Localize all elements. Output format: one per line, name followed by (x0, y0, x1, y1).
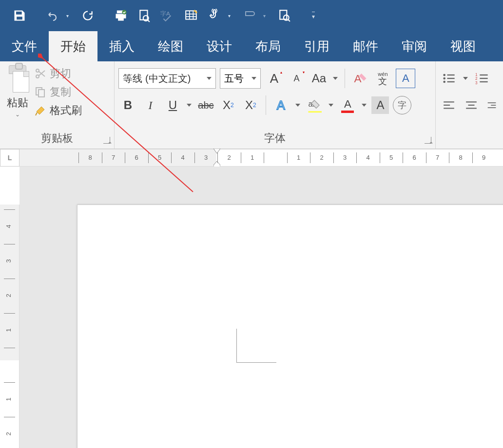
font-size-value: 五号 (224, 72, 244, 85)
ruler-corner[interactable]: L (0, 149, 19, 167)
svg-rect-5 (186, 11, 196, 19)
svg-point-26 (443, 81, 445, 83)
svg-point-14 (36, 75, 39, 78)
table-icon[interactable] (181, 6, 201, 25)
undo-dropdown[interactable]: ▾ (66, 13, 74, 19)
shape-icon[interactable] (240, 6, 259, 25)
font-group-label: 字体 (118, 129, 431, 149)
char-border-button[interactable]: A (396, 69, 415, 88)
menu-tabs: 文件 开始 插入 绘图 设计 布局 引用 邮件 审阅 视图 (0, 31, 503, 61)
subscript-button[interactable]: X2 (219, 96, 237, 114)
page[interactable] (77, 205, 503, 448)
font-color-dropdown[interactable] (361, 104, 368, 107)
undo-icon[interactable] (43, 6, 62, 25)
clipboard-launcher[interactable] (103, 137, 110, 144)
font-size-select[interactable]: 五号 (220, 68, 261, 89)
align-left-button[interactable] (440, 96, 458, 115)
grow-font-button[interactable]: A▴ (265, 69, 283, 88)
format-painter-label: 格式刷 (50, 103, 82, 118)
font-color-button[interactable]: A (338, 96, 357, 114)
paste-dropdown[interactable]: ⌄ (15, 111, 20, 118)
vertical-ruler[interactable]: 432112 (0, 205, 19, 448)
svg-text:A: A (277, 98, 286, 112)
bullets-button[interactable] (440, 69, 458, 88)
tab-mailings[interactable]: 邮件 (341, 31, 390, 61)
document-area[interactable] (19, 167, 503, 448)
clipboard-group-label: 剪贴板 (4, 129, 110, 149)
print-preview-icon[interactable] (135, 6, 154, 25)
horizontal-ruler[interactable]: 87654321123456789 (19, 149, 503, 167)
bullets-dropdown[interactable] (462, 77, 469, 80)
enclose-char-button[interactable]: 字 (393, 96, 411, 114)
shape-dropdown[interactable]: ▾ (263, 13, 271, 19)
font-name-value: 等线 (中文正文) (123, 72, 191, 85)
phonetic-guide-button[interactable]: wén 文 (373, 69, 392, 88)
text-cursor (236, 329, 276, 363)
svg-rect-17 (39, 90, 44, 97)
align-center-button[interactable] (462, 96, 481, 115)
format-painter-button[interactable]: 格式刷 (34, 103, 82, 118)
svg-point-24 (443, 77, 445, 80)
tab-view[interactable]: 视图 (439, 31, 487, 61)
shrink-font-button[interactable]: A▾ (287, 69, 306, 88)
svg-line-13 (289, 20, 290, 21)
touch-icon[interactable] (205, 6, 224, 25)
change-case-dropdown[interactable] (332, 77, 339, 80)
change-case-button[interactable]: Aa (310, 69, 328, 88)
tab-layout[interactable]: 布局 (244, 31, 292, 61)
chevron-down-icon (252, 77, 256, 80)
chevron-down-icon (207, 77, 212, 80)
char-shading-button[interactable]: A (371, 96, 389, 114)
highlight-button[interactable]: ab (305, 96, 324, 114)
svg-rect-21 (309, 112, 322, 113)
cut-label: 剪切 (50, 66, 71, 81)
paste-icon (6, 65, 29, 93)
qat-overflow[interactable]: ▾ (308, 6, 319, 25)
svg-text:3: 3 (475, 81, 478, 84)
bold-button[interactable]: B (118, 96, 137, 114)
highlight-dropdown[interactable] (328, 104, 334, 107)
font-name-select[interactable]: 等线 (中文正文) (118, 68, 216, 89)
svg-text:字A: 字A (160, 10, 170, 17)
font-launcher[interactable] (425, 137, 431, 144)
align-right-button[interactable] (484, 96, 499, 115)
tab-draw[interactable]: 绘图 (146, 31, 195, 61)
tab-design[interactable]: 设计 (195, 31, 244, 61)
svg-text:A: A (354, 73, 362, 85)
tab-file[interactable]: 文件 (0, 31, 49, 61)
copy-button[interactable]: 复制 (34, 85, 82, 99)
paste-button[interactable]: 粘贴 ⌄ (4, 64, 34, 129)
print-icon[interactable] (111, 6, 131, 25)
underline-button[interactable]: U (163, 96, 182, 114)
touch-dropdown[interactable]: ▾ (228, 13, 236, 19)
tab-references[interactable]: 引用 (292, 31, 341, 61)
underline-dropdown[interactable] (186, 104, 193, 107)
cut-button[interactable]: 剪切 (34, 66, 82, 81)
text-effects-button[interactable]: A (272, 96, 290, 114)
numbering-button[interactable]: 123 (473, 69, 491, 88)
copy-label: 复制 (50, 85, 71, 99)
save-icon[interactable] (10, 6, 29, 25)
paste-label: 粘贴 (7, 95, 28, 110)
superscript-button[interactable]: X2 (241, 96, 260, 114)
redo-icon[interactable] (78, 6, 97, 25)
tab-insert[interactable]: 插入 (97, 31, 146, 61)
find-icon[interactable] (275, 6, 294, 25)
tab-review[interactable]: 审阅 (390, 31, 439, 61)
tab-home[interactable]: 开始 (49, 31, 97, 61)
italic-button[interactable]: I (141, 96, 159, 114)
clear-format-button[interactable]: A (351, 69, 369, 88)
svg-line-3 (148, 20, 150, 22)
svg-point-22 (443, 74, 445, 76)
svg-point-15 (36, 69, 39, 72)
text-effects-dropdown[interactable] (294, 104, 301, 107)
spellcheck-icon[interactable]: 字A (158, 6, 177, 25)
strikethrough-button[interactable]: abc (196, 96, 215, 114)
